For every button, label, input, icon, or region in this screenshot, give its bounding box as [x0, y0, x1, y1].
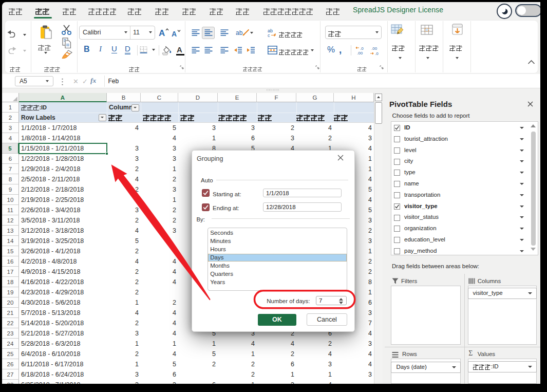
svg-text:.00: .00 [371, 46, 378, 51]
svg-text:.00: .00 [357, 51, 363, 55]
svg-text:c: c [268, 33, 270, 38]
svg-text:.0: .0 [360, 46, 364, 51]
svg-text:.0: .0 [375, 51, 379, 55]
